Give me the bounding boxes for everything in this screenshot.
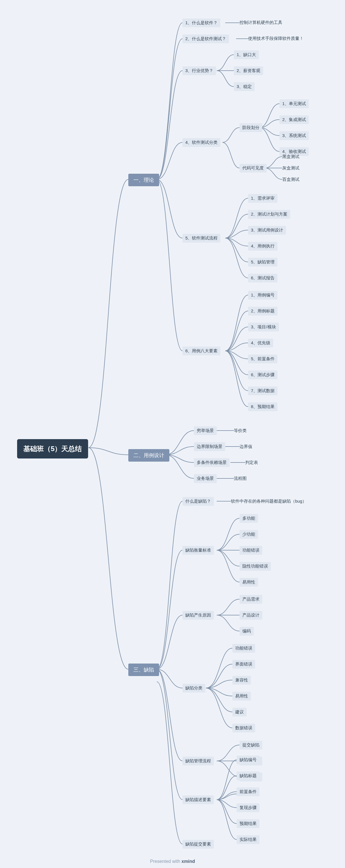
- leaf-node[interactable]: 界面错误: [232, 660, 255, 669]
- node-eight-elements[interactable]: 6、用例八大要素: [182, 347, 221, 355]
- leaf-node[interactable]: 易用性: [239, 578, 258, 587]
- leaf-node[interactable]: 功能错误: [239, 546, 262, 555]
- leaf-node[interactable]: 2、测试计划与方案: [248, 210, 290, 219]
- leaf: 判定表: [245, 460, 258, 465]
- leaf: 黑盒测试: [282, 154, 299, 159]
- root-node[interactable]: 基础班（5）天总结: [17, 439, 88, 459]
- leaf-node[interactable]: 复现步骤: [237, 803, 259, 812]
- leaf-node[interactable]: 4、优先级: [248, 339, 273, 347]
- node-code-visibility[interactable]: 代码可见度: [239, 164, 266, 173]
- leaf-node[interactable]: 3、测试用例设计: [248, 226, 286, 235]
- leaf-node[interactable]: 数据错误: [232, 724, 255, 733]
- leaf: 灰盒测试: [282, 165, 299, 171]
- leaf-node[interactable]: 少功能: [239, 530, 258, 539]
- leaf: 流程图: [234, 476, 247, 481]
- leaf-node[interactable]: 编码: [239, 627, 254, 636]
- leaf-node[interactable]: 7、测试数据: [248, 386, 278, 395]
- leaf-node[interactable]: 6、测试报告: [248, 274, 278, 282]
- node-defect-classify[interactable]: 缺陷分类: [182, 684, 205, 692]
- leaf-node[interactable]: 2、薪资客观: [234, 66, 263, 75]
- footer-text: Presented with: [150, 859, 181, 864]
- leaf-node[interactable]: 1、单元测试: [280, 99, 309, 108]
- leaf-node[interactable]: 前置条件: [237, 787, 259, 796]
- node-defect-submit[interactable]: 缺陷提交要素: [182, 840, 214, 849]
- mindmap-canvas: 基础班（5）天总结 一、理论 二、用例设计 三、缺陷 1、什么是软件？ 控制计算…: [0, 0, 345, 868]
- node-test-process[interactable]: 5、软件测试流程: [182, 234, 221, 243]
- node-multi-condition[interactable]: 多条件依赖场景: [194, 458, 230, 467]
- leaf: 使用技术手段保障软件质量！: [248, 36, 304, 41]
- node-what-is-testing[interactable]: 2、什么是软件测试？: [182, 34, 229, 43]
- leaf-node[interactable]: 4、用例执行: [248, 242, 278, 251]
- node-what-is-defect[interactable]: 什么是缺陷？: [182, 497, 214, 506]
- leaf-node[interactable]: 提交缺陷: [239, 741, 262, 749]
- leaf-node[interactable]: 兼容性: [232, 676, 251, 685]
- leaf-node[interactable]: 缺陷编号: [237, 755, 259, 764]
- leaf-node[interactable]: 预期结果: [237, 819, 259, 828]
- node-test-classification[interactable]: 4、软件测试分类: [182, 138, 221, 147]
- leaf-node[interactable]: 3、系统测试: [280, 131, 309, 140]
- leaf: 控制计算机硬件的工具: [239, 20, 282, 25]
- node-business[interactable]: 业务场景: [194, 474, 217, 483]
- leaf: 等价类: [234, 428, 247, 433]
- node-exhaustive[interactable]: 穷举场景: [194, 426, 217, 435]
- node-defect-describe[interactable]: 缺陷描述要素: [182, 795, 214, 804]
- node-defect-flow[interactable]: 缺陷管理流程: [182, 757, 214, 766]
- leaf-node[interactable]: 5、缺陷管理: [248, 258, 278, 267]
- node-by-stage[interactable]: 阶段划分: [239, 123, 262, 132]
- leaf-node[interactable]: 2、用例标题: [248, 307, 278, 315]
- footer: Presented with xmind: [0, 859, 345, 864]
- leaf: 软件中存在的各种问题都是缺陷（bug）: [231, 499, 307, 504]
- leaf-node[interactable]: 8、预期结果: [248, 402, 278, 411]
- leaf-node[interactable]: 1、用例编号: [248, 291, 278, 300]
- leaf-node[interactable]: 6、测试步骤: [248, 371, 278, 379]
- leaf-node[interactable]: 1、需求评审: [248, 194, 278, 203]
- node-defect-cause[interactable]: 缺陷产生原因: [182, 611, 214, 620]
- connector-lines-extra: [0, 0, 345, 868]
- leaf: 百盒测试: [282, 177, 299, 182]
- leaf-node[interactable]: 功能错误: [232, 644, 255, 653]
- node-defect-metric[interactable]: 缺陷衡量标准: [182, 546, 214, 555]
- footer-brand: xmind: [182, 859, 195, 864]
- leaf-node[interactable]: 隐性功能错误: [239, 562, 271, 571]
- leaf-node[interactable]: 产品需求: [239, 595, 262, 604]
- leaf-node[interactable]: 3、稳定: [234, 82, 255, 91]
- leaf-node[interactable]: 2、集成测试: [280, 115, 309, 124]
- leaf-node[interactable]: 缺陷标题: [237, 771, 259, 780]
- leaf: 边界值: [239, 444, 252, 450]
- branch-theory[interactable]: 一、理论: [128, 174, 159, 186]
- branch-testcase-design[interactable]: 二、用例设计: [128, 449, 169, 462]
- leaf-node[interactable]: 产品设计: [239, 611, 262, 620]
- leaf-node[interactable]: 多功能: [239, 514, 258, 523]
- node-industry-advantage[interactable]: 3、行业优势？: [182, 66, 216, 75]
- leaf-node[interactable]: 建议: [232, 708, 247, 716]
- leaf-node[interactable]: 实际结果: [237, 835, 259, 844]
- branch-defect[interactable]: 三、缺陷: [128, 663, 159, 676]
- leaf-node[interactable]: 5、前置条件: [248, 354, 278, 363]
- leaf-node[interactable]: 易用性: [232, 692, 251, 701]
- node-what-is-software[interactable]: 1、什么是软件？: [182, 19, 221, 27]
- node-boundary[interactable]: 边界限制场景: [194, 442, 225, 451]
- leaf-node[interactable]: 3、项目/模块: [248, 323, 279, 332]
- leaf-node[interactable]: 1、缺口大: [234, 51, 259, 59]
- connector-lines: [0, 0, 345, 868]
